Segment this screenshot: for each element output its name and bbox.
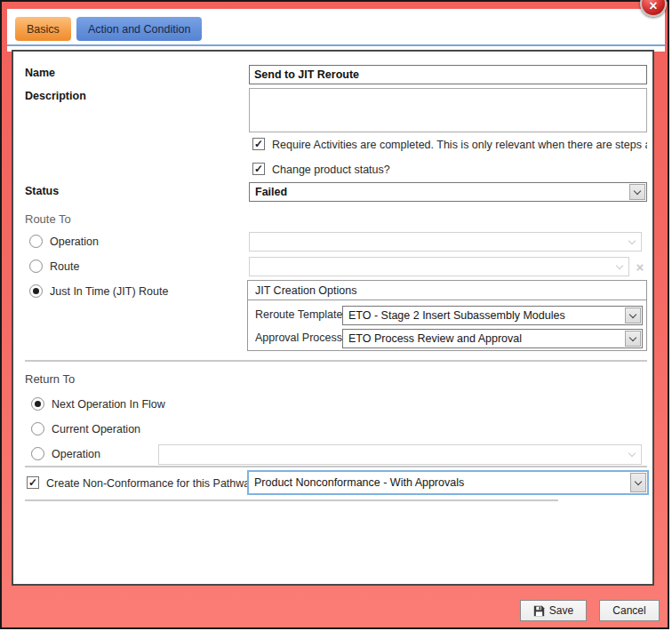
reroute-template-label: Reroute Template:	[255, 308, 346, 321]
tab-strip: Basics Action and Condition	[7, 9, 665, 52]
route-to-route-label: Route	[50, 260, 79, 273]
return-to-operation-label: Operation	[52, 448, 100, 460]
cancel-button-label: Cancel	[612, 604, 645, 617]
chevron-down-icon	[634, 187, 641, 194]
approval-process-dropdown-button[interactable]	[625, 331, 641, 347]
return-to-operation-dropdown[interactable]	[158, 444, 642, 465]
save-button[interactable]: Save	[520, 600, 587, 621]
chevron-down-icon	[628, 450, 636, 457]
clear-route-button[interactable]: ×	[633, 257, 647, 276]
cancel-button[interactable]: Cancel	[599, 600, 660, 621]
route-to-operation-dropdown[interactable]	[249, 232, 642, 252]
return-to-operation-radio[interactable]	[31, 447, 44, 460]
status-dropdown-button[interactable]	[629, 184, 645, 200]
divider	[25, 499, 558, 501]
return-to-next-operation-label: Next Operation In Flow	[52, 398, 165, 411]
route-to-jit-radio[interactable]	[29, 284, 43, 298]
route-to-operation-dropdown-button[interactable]	[624, 234, 640, 250]
require-activities-checkbox[interactable]: ✓	[252, 138, 265, 150]
approval-process-dropdown[interactable]: ETO Process Review and Approval	[342, 329, 643, 348]
status-value: Failed	[250, 186, 628, 198]
return-to-label: Return To	[25, 372, 75, 386]
status-dropdown[interactable]: Failed	[249, 182, 647, 202]
change-status-checkbox[interactable]: ✓	[252, 163, 265, 175]
name-input[interactable]	[249, 65, 647, 84]
create-nonconformance-label: Create Non-Conformance for this Pathway	[46, 477, 256, 490]
status-label: Status	[25, 185, 59, 197]
clear-icon: ×	[636, 260, 644, 275]
nonconformance-dropdown[interactable]: Product Nonconformance - With Approvals	[247, 470, 649, 495]
chevron-down-icon	[629, 310, 636, 317]
tab-action-label: Action and Condition	[88, 23, 190, 36]
route-to-operation-radio[interactable]	[29, 235, 43, 248]
change-status-label: Change product status?	[272, 164, 390, 176]
reroute-template-dropdown-button[interactable]	[625, 308, 641, 323]
require-activities-label: Require Activities are completed. This i…	[272, 139, 647, 151]
approval-process-label: Approval Process:	[255, 331, 345, 344]
route-to-route-dropdown[interactable]	[249, 257, 629, 276]
chevron-down-icon	[628, 236, 636, 244]
tab-basics[interactable]: Basics	[15, 17, 71, 41]
return-to-current-operation-label: Current Operation	[52, 423, 140, 435]
save-button-label: Save	[549, 604, 573, 617]
close-icon: ×	[649, 0, 657, 13]
route-to-jit-label: Just In Time (JIT) Route	[50, 285, 168, 298]
tab-underline	[7, 44, 665, 46]
divider	[25, 360, 647, 362]
basics-panel: Name Description ✓ Require Activities ar…	[12, 50, 654, 586]
nonconformance-value: Product Nonconformance - With Approvals	[249, 476, 629, 489]
reroute-template-value: ETO - Stage 2 Insert Subassembly Modules	[343, 309, 624, 322]
chevron-down-icon	[616, 261, 623, 268]
tab-action-and-condition[interactable]: Action and Condition	[76, 17, 202, 41]
route-to-label: Route To	[25, 212, 71, 226]
save-floppy-icon	[533, 605, 545, 617]
check-icon: ✓	[28, 476, 37, 489]
tab-basics-label: Basics	[27, 23, 60, 36]
route-to-route-radio[interactable]	[29, 260, 43, 273]
jit-creation-options-group: JIT Creation Options Reroute Template: E…	[247, 280, 647, 351]
description-textarea[interactable]	[249, 88, 647, 132]
reroute-template-dropdown[interactable]: ETO - Stage 2 Insert Subassembly Modules	[342, 306, 643, 325]
check-icon: ✓	[254, 163, 263, 175]
jit-creation-options-header: JIT Creation Options	[248, 281, 646, 300]
chevron-down-icon	[635, 477, 642, 484]
check-icon: ✓	[254, 138, 263, 150]
route-to-operation-label: Operation	[50, 236, 99, 248]
create-nonconformance-checkbox[interactable]: ✓	[27, 476, 39, 489]
divider	[25, 466, 647, 467]
return-to-next-operation-radio[interactable]	[31, 397, 44, 411]
name-label: Name	[25, 67, 55, 79]
chevron-down-icon	[629, 333, 636, 340]
nonconformance-dropdown-button[interactable]	[630, 473, 646, 492]
edit-pathway-dialog: × Basics Action and Condition Name Descr…	[0, 0, 669, 629]
return-to-current-operation-radio[interactable]	[31, 422, 44, 435]
description-label: Description	[25, 90, 86, 102]
approval-process-value: ETO Process Review and Approval	[343, 332, 624, 345]
route-to-route-dropdown-button[interactable]	[612, 259, 628, 275]
return-to-operation-dropdown-button[interactable]	[624, 446, 640, 463]
